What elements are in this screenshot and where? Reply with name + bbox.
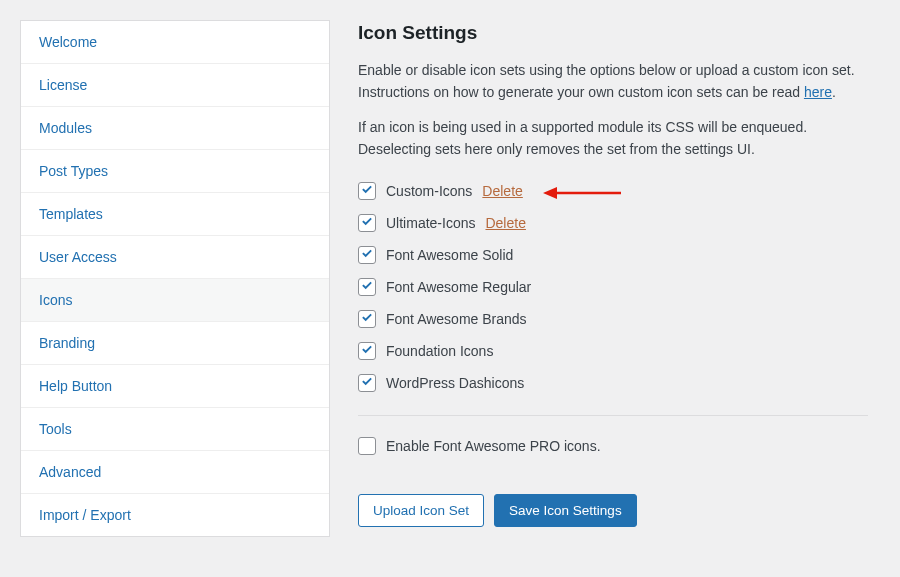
icon-set-checkbox[interactable] <box>358 374 376 392</box>
delete-icon-set-link[interactable]: Delete <box>482 183 522 199</box>
intro-text-pre: Enable or disable icon sets using the op… <box>358 62 855 100</box>
icon-set-checkbox[interactable] <box>358 342 376 360</box>
annotation-arrow <box>543 184 623 202</box>
sidebar-item-branding[interactable]: Branding <box>21 322 329 365</box>
sidebar-item-import-export[interactable]: Import / Export <box>21 494 329 536</box>
icon-set-label: Foundation Icons <box>386 343 493 359</box>
action-buttons: Upload Icon Set Save Icon Settings <box>358 494 880 527</box>
pro-label: Enable Font Awesome PRO icons. <box>386 438 601 454</box>
icon-set-row: Font Awesome Regular <box>358 271 880 303</box>
check-icon <box>360 376 374 390</box>
icon-set-label: WordPress Dashicons <box>386 375 524 391</box>
check-icon <box>360 216 374 230</box>
page-title: Icon Settings <box>358 22 880 44</box>
icon-set-checkbox[interactable] <box>358 278 376 296</box>
check-icon <box>360 280 374 294</box>
sidebar-item-post-types[interactable]: Post Types <box>21 150 329 193</box>
sidebar-item-help-button[interactable]: Help Button <box>21 365 329 408</box>
icon-set-row: Foundation Icons <box>358 335 880 367</box>
icon-set-list: Custom-IconsDeleteUltimate-IconsDeleteFo… <box>358 175 880 399</box>
svg-marker-1 <box>543 187 557 199</box>
sidebar-item-license[interactable]: License <box>21 64 329 107</box>
icon-set-label: Custom-Icons <box>386 183 472 199</box>
sidebar-item-modules[interactable]: Modules <box>21 107 329 150</box>
sidebar-item-templates[interactable]: Templates <box>21 193 329 236</box>
sidebar-item-user-access[interactable]: User Access <box>21 236 329 279</box>
intro-paragraph-2: If an icon is being used in a supported … <box>358 117 878 160</box>
upload-icon-set-button[interactable]: Upload Icon Set <box>358 494 484 527</box>
icon-set-checkbox[interactable] <box>358 214 376 232</box>
check-icon <box>360 312 374 326</box>
icon-set-checkbox[interactable] <box>358 246 376 264</box>
icon-set-label: Font Awesome Regular <box>386 279 531 295</box>
settings-sidebar: WelcomeLicenseModulesPost TypesTemplates… <box>20 20 330 537</box>
check-icon <box>360 184 374 198</box>
check-icon <box>360 344 374 358</box>
icon-set-row: WordPress Dashicons <box>358 367 880 399</box>
icon-set-label: Font Awesome Solid <box>386 247 513 263</box>
sidebar-item-welcome[interactable]: Welcome <box>21 21 329 64</box>
icon-set-label: Ultimate-Icons <box>386 215 475 231</box>
icon-set-row: Font Awesome Brands <box>358 303 880 335</box>
icon-set-row: Font Awesome Solid <box>358 239 880 271</box>
icon-set-row: Ultimate-IconsDelete <box>358 207 880 239</box>
pro-toggle-row: Enable Font Awesome PRO icons. <box>358 430 880 462</box>
check-icon <box>360 248 374 262</box>
instructions-link[interactable]: here <box>804 84 832 100</box>
intro-text-post: . <box>832 84 836 100</box>
sidebar-item-advanced[interactable]: Advanced <box>21 451 329 494</box>
delete-icon-set-link[interactable]: Delete <box>485 215 525 231</box>
pro-checkbox[interactable] <box>358 437 376 455</box>
separator <box>358 415 868 416</box>
save-icon-settings-button[interactable]: Save Icon Settings <box>494 494 637 527</box>
icon-set-checkbox[interactable] <box>358 182 376 200</box>
settings-content: Icon Settings Enable or disable icon set… <box>358 20 880 537</box>
intro-paragraph-1: Enable or disable icon sets using the op… <box>358 60 878 103</box>
sidebar-item-icons[interactable]: Icons <box>21 279 329 322</box>
sidebar-item-tools[interactable]: Tools <box>21 408 329 451</box>
icon-set-label: Font Awesome Brands <box>386 311 527 327</box>
icon-set-checkbox[interactable] <box>358 310 376 328</box>
